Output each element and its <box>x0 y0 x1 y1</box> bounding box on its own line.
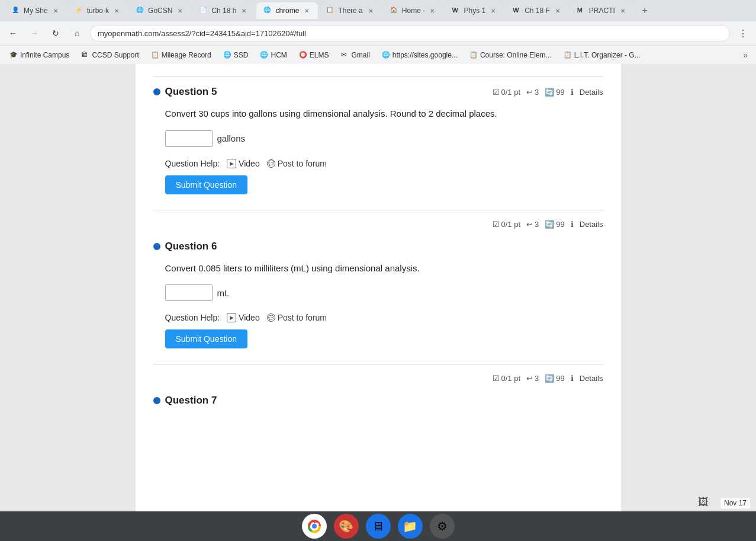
date-text: Nov 17 <box>724 499 747 507</box>
bookmark-label-3: Mileage Record <box>162 51 211 59</box>
question-6-info: ℹ <box>571 220 574 229</box>
bookmark-icon-4: 🌐 <box>223 51 231 59</box>
address-input[interactable]: myopenmath.com/assess2/?cid=243415&aid=1… <box>90 25 730 41</box>
tab-phys[interactable]: W Phys 1 ✕ <box>445 2 504 19</box>
bookmark-label-8: https://sites.google... <box>393 51 458 59</box>
main-content: Question 5 ☑ 0/1 pt ↩ 3 🔄 99 <box>0 64 756 511</box>
screenshot-icon[interactable]: 🖼 <box>698 496 709 508</box>
question-7-label: Question 7 <box>165 395 217 406</box>
question-6-video-link[interactable]: ▶ Video <box>227 313 260 322</box>
question-6-details-link[interactable]: Details <box>580 220 603 229</box>
tab-ch18h[interactable]: 📄 Ch 18 h ✕ <box>192 2 255 19</box>
bookmark-icon-3: 📋 <box>151 51 159 59</box>
bookmark-lit-organizer[interactable]: 📋 L.I.T. Organizer - G... <box>559 49 645 62</box>
question-5-submit-button[interactable]: Submit Question <box>165 175 248 194</box>
home-button[interactable]: ⌂ <box>69 25 85 41</box>
bookmark-elms[interactable]: ⭕ ELMS <box>294 49 334 62</box>
tab-label-1: My She <box>24 7 48 15</box>
bookmarks-more-button[interactable]: » <box>739 48 751 62</box>
new-tab-button[interactable]: + <box>638 4 652 18</box>
back-button[interactable]: ← <box>5 25 21 41</box>
tab-practi[interactable]: M PRACTI ✕ <box>570 2 634 19</box>
tab-there[interactable]: 📋 There a ✕ <box>319 2 381 19</box>
tab-chrome-active[interactable]: 🌐 chrome ✕ <box>256 2 318 19</box>
tab-close-4[interactable]: ✕ <box>240 7 248 15</box>
tab-close-10[interactable]: ✕ <box>619 7 627 15</box>
taskbar-screen-icon[interactable]: 🖥 <box>366 514 391 539</box>
taskbar-files-icon[interactable]: 📁 <box>398 514 423 539</box>
bookmark-icon-1: 🎓 <box>9 51 18 59</box>
question-5-title: Question 5 <box>153 86 217 98</box>
question-6-unit: mL <box>217 288 230 298</box>
forum-icon-6: 💬 <box>267 313 275 322</box>
reload-button[interactable]: ↻ <box>47 25 64 41</box>
bookmark-label-4: SSD <box>234 51 249 59</box>
tab-close-8[interactable]: ✕ <box>489 7 497 15</box>
bookmark-icon-9: 📋 <box>469 51 478 59</box>
video-icon-6: ▶ <box>227 313 236 322</box>
question-6-submit-button[interactable]: Submit Question <box>165 329 248 348</box>
tab-close-1[interactable]: ✕ <box>52 7 60 15</box>
tab-myshe[interactable]: 👤 My She ✕ <box>5 2 67 19</box>
bookmark-label-6: ELMS <box>310 51 329 59</box>
tab-favicon-5: 🌐 <box>263 7 272 15</box>
tab-close-7[interactable]: ✕ <box>428 7 436 15</box>
taskbar-art-icon[interactable]: 🎨 <box>334 514 359 539</box>
tab-close-6[interactable]: ✕ <box>366 7 375 15</box>
bookmark-infinite-campus[interactable]: 🎓 Infinite Campus <box>5 49 74 62</box>
question-6-help: Question Help: ▶ Video 💬 Post to forum <box>165 313 603 322</box>
tab-favicon-6: 📋 <box>326 7 334 15</box>
bookmark-icon-5: 🌐 <box>260 51 268 59</box>
tab-close-9[interactable]: ✕ <box>554 7 562 15</box>
tab-ch18f[interactable]: W Ch 18 F ✕ <box>506 2 569 19</box>
question-5-help: Question Help: ▶ Video 💬 Post to forum <box>165 159 603 168</box>
tab-favicon-2: ⚡ <box>75 7 83 15</box>
bookmark-mileage-record[interactable]: 📋 Mileage Record <box>146 49 216 62</box>
tab-favicon-4: 📄 <box>200 7 208 15</box>
bookmark-hcm[interactable]: 🌐 HCM <box>255 49 291 62</box>
question-5-forum-link[interactable]: 💬 Post to forum <box>267 159 327 168</box>
tab-close-3[interactable]: ✕ <box>176 7 184 15</box>
question-6-points: ☑ 0/1 pt <box>493 220 521 229</box>
question-7-details-link[interactable]: Details <box>580 374 603 383</box>
browser-menu-button[interactable]: ⋮ <box>735 25 751 41</box>
question-5-input[interactable] <box>165 130 213 147</box>
svg-point-0 <box>312 524 317 529</box>
question-6-input[interactable] <box>165 284 213 301</box>
question-5-help-label: Question Help: <box>165 159 220 168</box>
question-7-points: ☑ 0/1 pt <box>493 374 521 383</box>
question-6-forum-label: Post to forum <box>278 313 327 322</box>
tab-close-2[interactable]: ✕ <box>112 7 121 15</box>
bookmark-label-9: Course: Online Elem... <box>480 51 552 59</box>
question-5-details-link[interactable]: Details <box>580 88 603 97</box>
tab-gocsn[interactable]: 🌐 GoCSN ✕ <box>129 2 191 19</box>
address-bar-row: ← → ↻ ⌂ myopenmath.com/assess2/?cid=2434… <box>0 21 756 45</box>
bookmark-sites-google[interactable]: 🌐 https://sites.google... <box>377 49 462 62</box>
tab-home[interactable]: 🏠 Home · ✕ <box>383 2 444 19</box>
question-6-label: Question 6 <box>165 241 217 252</box>
question-5-video-label: Video <box>239 159 260 168</box>
forward-button[interactable]: → <box>26 25 43 41</box>
question-6-container: ☑ 0/1 pt ↩ 3 🔄 99 ℹ <box>153 210 603 358</box>
check-icon-6: ☑ <box>493 220 500 229</box>
refresh-icon-6: 🔄 <box>545 220 554 229</box>
taskbar-settings-icon[interactable]: ⚙ <box>430 514 455 539</box>
tab-label-8: Phys 1 <box>464 7 485 15</box>
question-6-dot <box>153 243 160 250</box>
question-5-meta: ☑ 0/1 pt ↩ 3 🔄 99 ℹ Details <box>493 88 603 97</box>
bookmark-ssd[interactable]: 🌐 SSD <box>218 49 253 62</box>
question-5-video-link[interactable]: ▶ Video <box>227 159 260 168</box>
bookmark-gmail[interactable]: ✉ Gmail <box>336 49 375 62</box>
question-6-forum-link[interactable]: 💬 Post to forum <box>267 313 327 322</box>
taskbar-chrome-icon[interactable] <box>302 514 327 539</box>
question-6-text: Convert 0.085 liters to milliliters (mL)… <box>165 262 603 276</box>
bookmark-course-online[interactable]: 📋 Course: Online Elem... <box>465 49 556 62</box>
bookmark-ccsd-support[interactable]: 🏛 CCSD Support <box>76 49 143 62</box>
tab-favicon-3: 🌐 <box>136 7 144 15</box>
tab-turbo[interactable]: ⚡ turbo-k ✕ <box>68 2 128 19</box>
check-icon: ☑ <box>493 88 500 97</box>
tab-close-5[interactable]: ✕ <box>303 7 311 15</box>
bookmark-label-10: L.I.T. Organizer - G... <box>574 51 641 59</box>
tab-label-2: turbo-k <box>87 7 109 15</box>
refresh-icon: 🔄 <box>545 88 554 97</box>
